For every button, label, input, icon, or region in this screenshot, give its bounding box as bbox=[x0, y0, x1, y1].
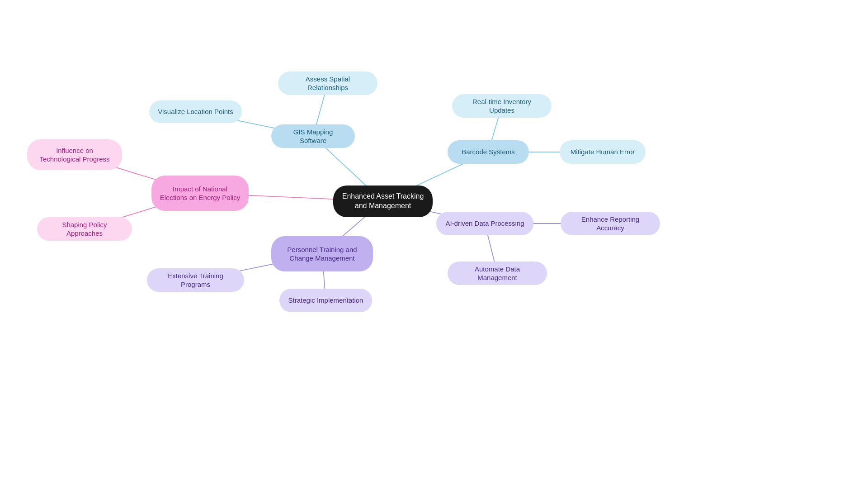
center-node[interactable]: Enhanced Asset Tracking and Management bbox=[333, 186, 433, 217]
impact-elections-node[interactable]: Impact of National Elections on Energy P… bbox=[151, 176, 249, 211]
visualize-location-node[interactable]: Visualize Location Points bbox=[149, 100, 242, 123]
automate-data-label: Automate Data Management bbox=[456, 265, 539, 282]
shaping-policy-label: Shaping Policy Approaches bbox=[45, 220, 124, 238]
strategic-impl-label: Strategic Implementation bbox=[288, 296, 363, 305]
visualize-location-label: Visualize Location Points bbox=[158, 107, 233, 116]
extensive-training-label: Extensive Training Programs bbox=[155, 271, 236, 289]
personnel-training-node[interactable]: Personnel Training and Change Management bbox=[271, 236, 373, 271]
enhance-reporting-label: Enhance Reporting Accuracy bbox=[569, 215, 652, 233]
shaping-policy-node[interactable]: Shaping Policy Approaches bbox=[37, 217, 132, 241]
mitigate-human-node[interactable]: Mitigate Human Error bbox=[560, 140, 646, 164]
assess-spatial-node[interactable]: Assess Spatial Relationships bbox=[278, 71, 377, 95]
barcode-systems-label: Barcode Systems bbox=[462, 147, 515, 157]
center-label: Enhanced Asset Tracking and Management bbox=[341, 192, 425, 211]
gis-mapping-node[interactable]: GIS Mapping Software bbox=[271, 124, 355, 148]
realtime-inventory-node[interactable]: Real-time Inventory Updates bbox=[452, 94, 552, 118]
enhance-reporting-node[interactable]: Enhance Reporting Accuracy bbox=[561, 212, 660, 235]
barcode-systems-node[interactable]: Barcode Systems bbox=[448, 140, 529, 164]
ai-driven-node[interactable]: AI-driven Data Processing bbox=[436, 212, 533, 235]
influence-tech-label: Influence on Technological Progress bbox=[35, 146, 114, 164]
realtime-inventory-label: Real-time Inventory Updates bbox=[460, 97, 543, 115]
assess-spatial-label: Assess Spatial Relationships bbox=[286, 75, 369, 92]
impact-elections-label: Impact of National Elections on Energy P… bbox=[160, 185, 241, 202]
gis-mapping-label: GIS Mapping Software bbox=[279, 128, 347, 145]
influence-tech-node[interactable]: Influence on Technological Progress bbox=[27, 139, 122, 170]
personnel-training-label: Personnel Training and Change Management bbox=[279, 245, 365, 263]
automate-data-node[interactable]: Automate Data Management bbox=[448, 262, 547, 285]
mitigate-human-label: Mitigate Human Error bbox=[571, 147, 635, 157]
strategic-impl-node[interactable]: Strategic Implementation bbox=[279, 289, 372, 312]
ai-driven-label: AI-driven Data Processing bbox=[445, 219, 524, 228]
extensive-training-node[interactable]: Extensive Training Programs bbox=[147, 268, 244, 292]
